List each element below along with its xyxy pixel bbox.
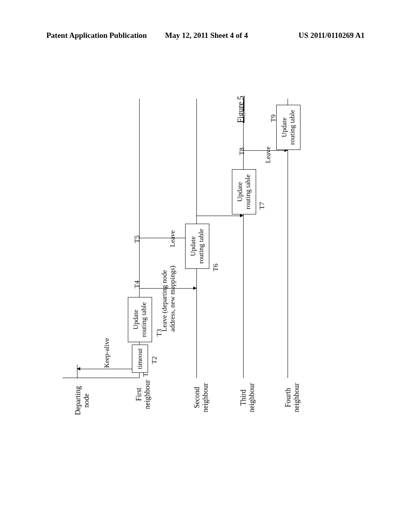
lifeline-first	[63, 378, 139, 378]
arrow-keep-alive	[77, 369, 139, 369]
time-t8: T8	[238, 148, 246, 155]
time-t7: T7	[258, 202, 266, 210]
box-update-n4: Update routing table	[276, 105, 300, 150]
header-mid: May 12, 2011 Sheet 4 of 4	[165, 31, 248, 40]
page: Patent Application Publication May 12, 2…	[0, 0, 413, 532]
box-update-n1: Update routing table	[128, 297, 152, 342]
box-timeout: timeout	[132, 345, 148, 373]
box-update-n4-text: Update routing table	[280, 110, 296, 145]
label-second-neighbour: Second neighbour	[193, 383, 210, 412]
departing-mask	[76, 99, 78, 365]
box-timeout-text: timeout	[136, 348, 144, 369]
header-right: US 2011/0110269 A1	[298, 31, 365, 40]
msg-keep-alive: Keep-alive	[103, 338, 111, 368]
arrowhead-icon	[240, 214, 244, 217]
label-fourth-neighbour: Fourth neighbour	[284, 383, 301, 412]
arrowhead-icon	[77, 367, 80, 370]
arrow-leave-n2n3	[196, 216, 243, 216]
label-third-neighbour: Third neighbour	[239, 383, 256, 412]
time-t2: T2	[150, 356, 159, 364]
box-update-n3-text: Update routing table	[236, 175, 252, 209]
box-update-n2-text: Update routing table	[189, 229, 205, 264]
time-t4: T4	[133, 281, 141, 288]
ll-dep	[77, 378, 77, 378]
box-update-n1-text: Update routing table	[132, 302, 148, 337]
box-update-n3: Update routing table	[232, 169, 256, 214]
arrowhead-icon	[193, 287, 197, 290]
time-t5: T5	[133, 235, 141, 243]
label-departing-node: Departing node	[74, 386, 91, 415]
time-t9: T9	[269, 114, 277, 122]
msg-leave-t5: Leave	[169, 230, 177, 247]
sequence-diagram: Departing node First neighbour Second ne…	[63, 99, 305, 417]
time-t6: T6	[212, 264, 220, 271]
header-left: Patent Application Publication	[46, 31, 147, 40]
figure-caption: Figure 5	[236, 96, 245, 123]
box-update-n2: Update routing table	[185, 224, 209, 269]
lifeline-n3	[243, 99, 244, 378]
msg-leave-n3n4: Leave	[264, 146, 272, 163]
label-first-neighbour: First neighbour	[135, 380, 152, 409]
msg-leave-full: Leave (departing node address, new mappi…	[161, 266, 177, 332]
